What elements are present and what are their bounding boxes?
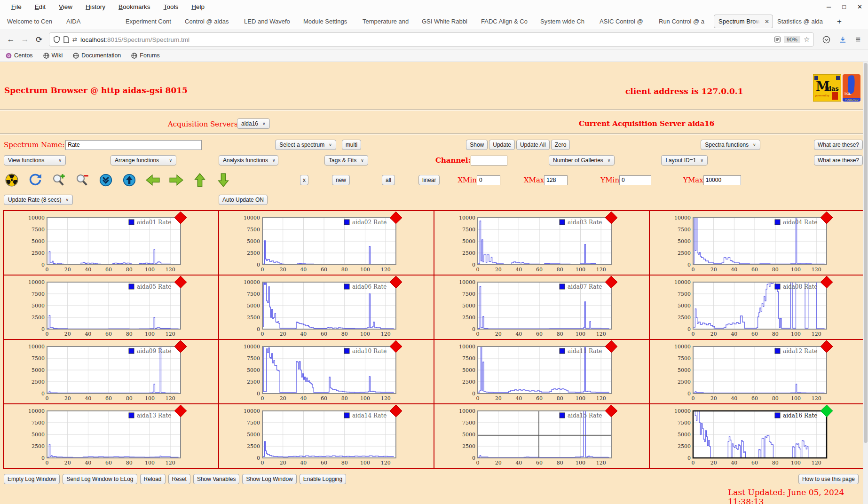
bookmark-star-icon[interactable]: ☆ (804, 35, 810, 44)
close-button[interactable]: ✕ (857, 3, 862, 10)
minimize-button[interactable]: ─ (827, 3, 831, 10)
what-are-these-button[interactable]: What are these? (814, 155, 863, 165)
tab-asic-control[interactable]: ASIC Control @ (595, 15, 655, 28)
permissions-icon[interactable]: ⇄ (72, 36, 77, 43)
tab-fadc-align-co[interactable]: FADC Align & Co (477, 15, 536, 28)
back-button[interactable]: ← (4, 35, 18, 44)
linear-button[interactable]: linear (418, 175, 440, 185)
tab-experiment-cont[interactable]: Experiment Cont (121, 15, 181, 28)
spectrum-chart-aida04[interactable]: 025005000750010000020406080100120aida04 … (650, 212, 862, 274)
spectrum-chart-aida13[interactable]: 025005000750010000020406080100120aida13 … (4, 405, 216, 467)
gallery-cell-aida07[interactable]: 025005000750010000020406080100120aida07 … (434, 275, 649, 339)
empty-log-window-button[interactable]: Empty Log Window (4, 474, 60, 484)
reload-button[interactable]: ⟳ (32, 35, 46, 45)
tab-welcome-to-cen[interactable]: Welcome to Cen (3, 15, 62, 28)
galleries-select[interactable]: Number of Galleries∨ (549, 155, 615, 165)
page-down-icon[interactable] (99, 173, 113, 187)
show-variables-button[interactable]: Show Variables (193, 474, 240, 484)
spectrum-chart-aida06[interactable]: 025005000750010000020406080100120aida06 … (219, 276, 432, 338)
spectrum-chart-aida16[interactable]: 025005000750010000020406080100120aida16 … (650, 405, 862, 467)
menu-file[interactable]: File (11, 3, 22, 10)
bookmark-centos[interactable]: Centos (6, 52, 33, 59)
gallery-cell-aida10[interactable]: 025005000750010000020406080100120aida10 … (219, 339, 434, 404)
spectrum-chart-aida01[interactable]: 025005000750010000020406080100120aida01 … (4, 212, 216, 274)
zoom-in-icon[interactable] (52, 173, 66, 187)
gallery-cell-aida04[interactable]: 025005000750010000020406080100120aida04 … (649, 211, 865, 275)
page-scrollbar[interactable] (863, 62, 868, 504)
gallery-cell-aida02[interactable]: 025005000750010000020406080100120aida02 … (219, 211, 434, 275)
gallery-cell-aida13[interactable]: 025005000750010000020406080100120aida13 … (3, 404, 219, 468)
reset-button[interactable]: Reset (168, 474, 190, 484)
spectrum-chart-aida07[interactable]: 025005000750010000020406080100120aida07 … (434, 276, 647, 338)
gallery-cell-aida11[interactable]: 025005000750010000020406080100120aida11 … (434, 339, 649, 404)
tab-led-and-wavefo[interactable]: LED and Wavefo (240, 15, 299, 28)
spectrum-chart-aida02[interactable]: 025005000750010000020406080100120aida02 … (219, 212, 432, 274)
radiation-icon[interactable] (5, 173, 19, 187)
bookmark-documentation[interactable]: Documentation (73, 52, 121, 59)
what-are-these-button[interactable]: What are these? (814, 140, 863, 150)
page-info-icon[interactable] (63, 36, 69, 43)
spectrum-chart-aida09[interactable]: 025005000750010000020406080100120aida09 … (4, 341, 216, 402)
show-log-window-button[interactable]: Show Log Window (242, 474, 296, 484)
move-down-icon[interactable] (216, 173, 230, 187)
gallery-cell-aida08[interactable]: 025005000750010000020406080100120aida08 … (649, 275, 865, 339)
update-all-button[interactable]: Update All (516, 140, 550, 150)
update-button[interactable]: Update (489, 140, 515, 150)
tab-close-icon[interactable]: ✕ (764, 18, 769, 25)
how-to-use-button[interactable]: How to use this page (798, 474, 859, 484)
menu-bookmarks[interactable]: Bookmarks (118, 3, 150, 10)
channel-input[interactable] (471, 156, 507, 165)
spectrum-chart-aida05[interactable]: 025005000750010000020406080100120aida05 … (4, 276, 216, 338)
move-left-icon[interactable] (146, 173, 160, 187)
menu-hamburger-icon[interactable]: ≡ (855, 35, 860, 45)
tab-system-wide-ch[interactable]: System wide Ch (536, 15, 595, 28)
tags-fits-select[interactable]: Tags & Fits∨ (324, 155, 368, 165)
url-bar[interactable]: ⇄ localhost:8015/Spectrum/Spectrum.tml 9… (49, 32, 814, 47)
spectrum-name-input[interactable] (65, 140, 202, 150)
menu-help[interactable]: Help (191, 3, 205, 10)
shield-icon[interactable] (53, 36, 60, 43)
x-button[interactable]: x (300, 175, 308, 185)
menu-history[interactable]: History (86, 3, 105, 10)
scrollbar-thumb[interactable] (864, 63, 868, 443)
multi-button[interactable]: multi (342, 140, 361, 150)
gallery-cell-aida01[interactable]: 025005000750010000020406080100120aida01 … (3, 211, 219, 275)
spectrum-chart-aida11[interactable]: 025005000750010000020406080100120aida11 … (434, 341, 647, 402)
tab-spectrum-brow[interactable]: Spectrum Brow✕ (714, 15, 773, 28)
download-icon[interactable] (839, 36, 847, 44)
spectrum-chart-aida15[interactable]: 025005000750010000020406080100120aida15 … (434, 405, 647, 467)
menu-view[interactable]: View (59, 3, 72, 10)
spectrum-chart-aida14[interactable]: 025005000750010000020406080100120aida14 … (219, 405, 432, 467)
reader-mode-icon[interactable] (774, 36, 781, 43)
enable-logging-button[interactable]: Enable Logging (300, 474, 346, 484)
gallery-cell-aida06[interactable]: 025005000750010000020406080100120aida06 … (219, 275, 434, 339)
ymin-input[interactable] (619, 175, 651, 185)
spectra-functions-select[interactable]: Spectra functions∨ (701, 140, 760, 150)
new-tab-button[interactable]: + (837, 17, 842, 26)
reload-button[interactable]: Reload (140, 474, 166, 484)
update-rate-select[interactable]: Update Rate (8 secs)∨ (4, 195, 73, 205)
show-button[interactable]: Show (466, 140, 488, 150)
gallery-cell-aida14[interactable]: 025005000750010000020406080100120aida14 … (219, 404, 434, 468)
select-spectrum-select[interactable]: Select a spectrum∨ (275, 140, 336, 150)
move-up-icon[interactable] (193, 173, 207, 187)
tab-temperature-and[interactable]: Temperature and (358, 15, 418, 28)
pocket-icon[interactable] (822, 36, 830, 44)
spectrum-chart-aida12[interactable]: 025005000750010000020406080100120aida12 … (650, 341, 862, 402)
all-button[interactable]: all (382, 175, 395, 185)
acquisition-server-select[interactable]: aida16∨ (237, 118, 270, 129)
arrange-functions-select[interactable]: Arrange functions∨ (110, 155, 176, 165)
menu-edit[interactable]: Edit (35, 3, 46, 10)
xmin-input[interactable] (477, 175, 500, 185)
spectrum-chart-aida10[interactable]: 025005000750010000020406080100120aida10 … (219, 341, 432, 402)
tab-statistics-aida[interactable]: Statistics @ aida (773, 15, 832, 28)
analysis-functions-select[interactable]: Analysis functions∨ (219, 155, 278, 165)
tab-run-control-a[interactable]: Run Control @ a (655, 15, 714, 28)
refresh-icon[interactable] (28, 173, 42, 187)
gallery-cell-aida09[interactable]: 025005000750010000020406080100120aida09 … (3, 339, 219, 404)
move-right-icon[interactable] (169, 173, 183, 187)
gallery-cell-aida16[interactable]: 025005000750010000020406080100120aida16 … (649, 404, 865, 468)
zoom-out-icon[interactable] (75, 173, 89, 187)
gallery-cell-aida05[interactable]: 025005000750010000020406080100120aida05 … (3, 275, 219, 339)
tab-control-aidas[interactable]: Control @ aidas (181, 15, 240, 28)
